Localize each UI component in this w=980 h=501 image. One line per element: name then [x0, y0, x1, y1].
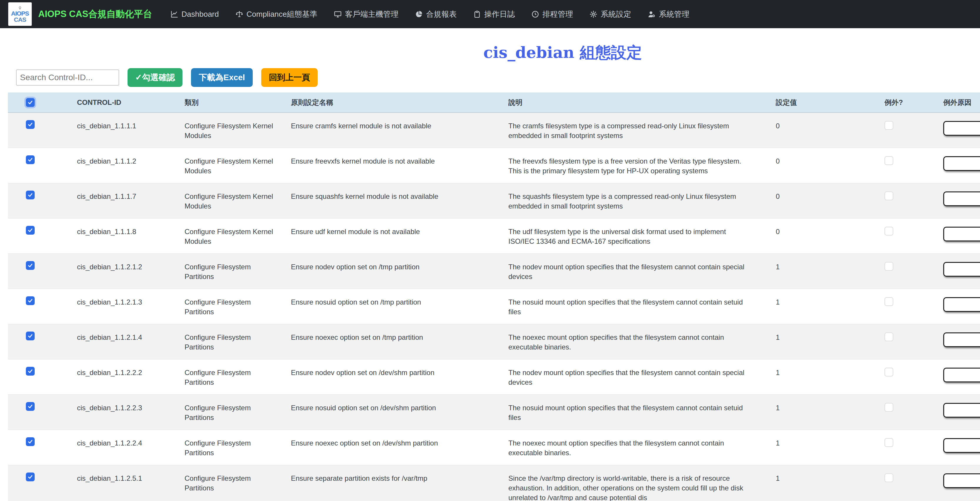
exception-checkbox[interactable] — [885, 438, 893, 447]
download-excel-button[interactable]: 下載為Excel — [191, 68, 253, 87]
exception-checkbox[interactable] — [885, 156, 893, 165]
policy-cell: Ensure cramfs kernel module is not avail… — [282, 113, 500, 148]
table-header-row: CONTROL-ID 類別 原則設定名稱 說明 設定值 例外? 例外原因 — [8, 92, 980, 113]
nav-item-label: 排程管理 — [542, 9, 573, 19]
nav-item-label: 合規報表 — [426, 9, 457, 19]
nav-item-label: 客戶端主機管理 — [345, 9, 398, 19]
row-select-checkbox[interactable] — [26, 190, 35, 200]
column-header-category: 類別 — [176, 92, 282, 113]
description-cell: The freevxfs filesystem type is a free v… — [500, 148, 767, 183]
row-select-checkbox[interactable] — [26, 437, 35, 446]
exception-reason-input[interactable] — [943, 473, 980, 488]
exception-reason-input[interactable] — [943, 368, 980, 382]
exception-reason-input[interactable] — [943, 438, 980, 453]
table-row: cis_debian_1.1.2.1.4Configure Filesystem… — [8, 324, 980, 360]
gear-icon — [589, 10, 597, 18]
policy-cell: Ensure freevxfs kernel module is not ava… — [282, 148, 500, 183]
control-id-cell: cis_debian_1.1.2.2.4 — [68, 430, 176, 465]
category-cell: Configure Filesystem Partitions — [176, 254, 282, 289]
control-id-cell: cis_debian_1.1.1.7 — [68, 183, 176, 219]
description-cell: The udf filesystem type is the universal… — [500, 219, 767, 254]
desktop-icon — [334, 10, 342, 18]
exception-checkbox[interactable] — [885, 333, 893, 341]
row-select-checkbox[interactable] — [26, 296, 35, 305]
category-cell: Configure Filesystem Partitions — [176, 430, 282, 465]
nav-item-user-gear[interactable]: 系統管理 — [648, 9, 689, 19]
exception-checkbox[interactable] — [885, 121, 893, 130]
exception-reason-input[interactable] — [943, 227, 980, 241]
exception-checkbox[interactable] — [885, 403, 893, 412]
description-cell: The noexec mount option specifies that t… — [500, 324, 767, 360]
row-select-checkbox[interactable] — [26, 331, 35, 340]
confirm-selection-button[interactable]: ✓勾選確認 — [127, 68, 183, 87]
nav-item-clock[interactable]: 排程管理 — [531, 9, 573, 19]
nav-item-chart-line[interactable]: Dashboard — [170, 10, 219, 19]
table-row: cis_debian_1.1.1.1Configure Filesystem K… — [8, 113, 980, 148]
control-id-cell: cis_debian_1.1.1.2 — [68, 148, 176, 183]
exception-reason-input[interactable] — [943, 262, 980, 277]
value-cell: 0 — [767, 113, 876, 148]
control-id-cell: cis_debian_1.1.2.2.2 — [68, 360, 176, 395]
reason-cell — [934, 148, 980, 183]
exception-checkbox[interactable] — [885, 262, 893, 271]
row-select-checkbox[interactable] — [26, 155, 35, 164]
nav-item-pie-chart[interactable]: 合規報表 — [415, 9, 457, 19]
row-select-checkbox[interactable] — [26, 120, 35, 129]
nav-item-label: Dashboard — [181, 10, 219, 19]
description-cell: The cramfs filesystem type is a compress… — [500, 113, 767, 148]
row-select-checkbox[interactable] — [26, 402, 35, 411]
exception-checkbox[interactable] — [885, 297, 893, 306]
controls-table: CONTROL-ID 類別 原則設定名稱 說明 設定值 例外? 例外原因 cis… — [8, 92, 980, 501]
table-row: cis_debian_1.1.2.2.3Configure Filesystem… — [8, 395, 980, 430]
value-cell: 1 — [767, 430, 876, 465]
control-id-cell: cis_debian_1.1.1.8 — [68, 219, 176, 254]
exception-reason-input[interactable] — [943, 297, 980, 312]
back-button[interactable]: 回到上一頁 — [261, 68, 318, 87]
clock-icon — [531, 10, 539, 18]
exception-checkbox[interactable] — [885, 227, 893, 236]
nav-item-gear[interactable]: 系統設定 — [589, 9, 631, 19]
app-logo: AIOPS CAS — [8, 2, 32, 26]
reason-cell — [934, 183, 980, 219]
row-select-checkbox[interactable] — [26, 367, 35, 376]
search-input[interactable] — [16, 70, 119, 86]
select-all-checkbox[interactable] — [26, 98, 35, 107]
clipboard-icon — [473, 10, 481, 18]
exception-checkbox[interactable] — [885, 192, 893, 200]
exception-cell — [876, 465, 934, 501]
row-select-checkbox[interactable] — [26, 261, 35, 270]
exception-reason-input[interactable] — [943, 192, 980, 206]
value-cell: 0 — [767, 183, 876, 219]
nav-item-desktop[interactable]: 客戶端主機管理 — [334, 9, 398, 19]
exception-checkbox[interactable] — [885, 368, 893, 376]
category-cell: Configure Filesystem Kernel Modules — [176, 148, 282, 183]
row-select-checkbox[interactable] — [26, 226, 35, 235]
control-id-cell: cis_debian_1.1.1.1 — [68, 113, 176, 148]
reason-cell — [934, 360, 980, 395]
nav-item-clipboard[interactable]: 操作日誌 — [473, 9, 515, 19]
column-header-control-id: CONTROL-ID — [68, 92, 176, 113]
table-row: cis_debian_1.1.2.2.4Configure Filesystem… — [8, 430, 980, 465]
nav-item-scale[interactable]: Compliance組態基準 — [235, 9, 317, 19]
scale-icon — [235, 10, 243, 18]
main-content: cis_debian 組態設定 ✓勾選確認 下載為Excel 回到上一頁 CON… — [0, 28, 980, 501]
description-cell: The nosuid mount option specifies that t… — [500, 289, 767, 324]
nav-menu: DashboardCompliance組態基準客戶端主機管理合規報表操作日誌排程… — [170, 9, 690, 19]
row-select-checkbox[interactable] — [26, 472, 35, 481]
exception-reason-input[interactable] — [943, 156, 980, 171]
table-row: cis_debian_1.1.2.5.1Configure Filesystem… — [8, 465, 980, 501]
policy-cell: Ensure separate partition exists for /va… — [282, 465, 500, 501]
column-header-reason: 例外原因 — [934, 92, 980, 113]
exception-checkbox[interactable] — [885, 473, 893, 482]
value-cell: 1 — [767, 395, 876, 430]
policy-cell: Ensure nosuid option set on /tmp partiti… — [282, 289, 500, 324]
exception-reason-input[interactable] — [943, 403, 980, 418]
exception-reason-input[interactable] — [943, 121, 980, 136]
exception-cell — [876, 113, 934, 148]
reason-cell — [934, 324, 980, 360]
policy-cell: Ensure udf kernel module is not availabl… — [282, 219, 500, 254]
page-title: cis_debian 組態設定 — [0, 42, 980, 63]
policy-cell: Ensure nodev option set on /dev/shm part… — [282, 360, 500, 395]
exception-reason-input[interactable] — [943, 333, 980, 347]
category-cell: Configure Filesystem Partitions — [176, 360, 282, 395]
